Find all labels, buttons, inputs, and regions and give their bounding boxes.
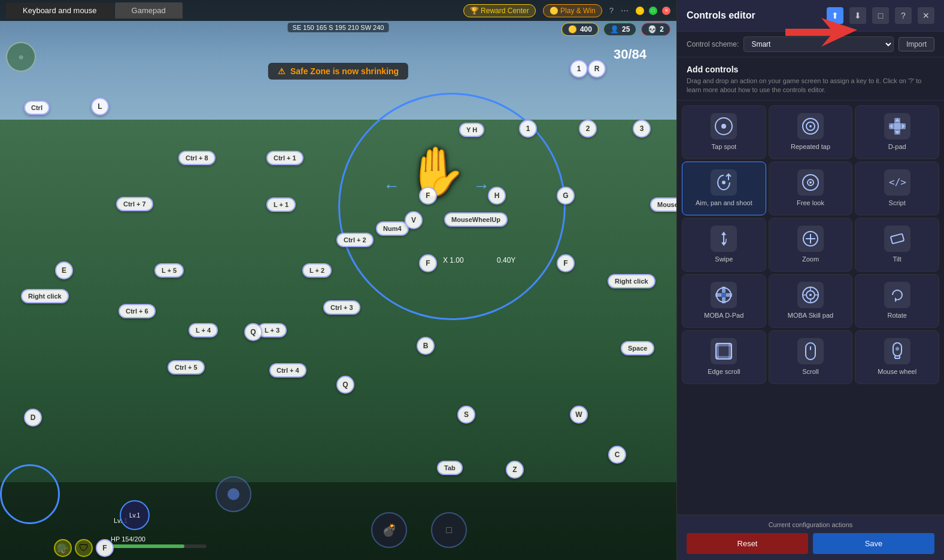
key-tab[interactable]: Tab (437, 461, 463, 475)
ctrl-d-pad[interactable]: D-pad (855, 105, 939, 159)
share-button[interactable]: □ (872, 7, 889, 24)
import-button[interactable]: Import (899, 37, 934, 51)
ctrl-mouse-wheel[interactable]: Mouse wheel (855, 330, 939, 384)
aim-pan-shoot-icon (711, 169, 737, 196)
key-space[interactable]: Space (621, 341, 654, 355)
key-ctrl2[interactable]: Ctrl + 2 (336, 233, 374, 247)
key-l4[interactable]: L + 4 (189, 323, 218, 337)
key-z[interactable]: Z (506, 461, 524, 479)
armor-icon: 🛡 (75, 539, 93, 557)
helmet-icon: 🪖 (54, 539, 72, 557)
key-l2[interactable]: L + 2 (302, 263, 332, 278)
ctrl-zoom[interactable]: Zoom (769, 218, 853, 272)
key-w[interactable]: W (570, 406, 588, 424)
help-icon[interactable]: ? (609, 6, 614, 15)
svg-point-31 (809, 294, 812, 296)
key-ctrl5[interactable]: Ctrl + 5 (168, 360, 205, 375)
key-g[interactable]: G (557, 187, 575, 205)
tab-area: Keyboard and mouse Gamepad (6, 2, 183, 19)
key-h[interactable]: H (488, 187, 506, 205)
ctrl-scroll[interactable]: Scroll (769, 330, 853, 384)
bottom-item-2[interactable]: □ (431, 512, 467, 548)
rotate-label: Rotate (887, 312, 906, 319)
svg-point-15 (809, 181, 812, 184)
key-f-3[interactable]: F (557, 254, 575, 272)
ctrl-script[interactable]: </> Script (855, 162, 939, 215)
ctrl-moba-dpad[interactable]: MOBA D-Pad (682, 274, 766, 328)
reset-button[interactable]: Reset (687, 533, 808, 554)
key-l5[interactable]: L + 5 (154, 263, 184, 278)
edge-scroll-icon (711, 338, 737, 364)
key-l[interactable]: L (91, 98, 109, 115)
menu-icon[interactable]: ⋯ (621, 6, 629, 15)
tab-keyboard-mouse[interactable]: Keyboard and mouse (6, 2, 114, 19)
key-num4[interactable]: Num4 (376, 221, 409, 236)
tilt-icon (884, 226, 910, 252)
ctrl-repeated-tap[interactable]: Repeated tap (769, 105, 853, 159)
scheme-label: Control scheme: (687, 40, 739, 48)
key-ctrl4[interactable]: Ctrl + 4 (269, 363, 306, 378)
ctrl-tilt[interactable]: Tilt (855, 218, 939, 272)
svg-rect-41 (716, 356, 731, 359)
key-b[interactable]: B (417, 337, 435, 355)
ctrl-rotate[interactable]: Rotate (855, 274, 939, 328)
key-ctrl6[interactable]: Ctrl + 6 (119, 304, 156, 318)
save-button[interactable]: Save (813, 533, 934, 554)
close-panel-button[interactable]: ✕ (918, 7, 934, 24)
key-f-1[interactable]: F (419, 187, 437, 205)
key-ctrl8[interactable]: Ctrl + 8 (178, 151, 215, 165)
key-right-click-2[interactable]: Right click (608, 274, 655, 288)
key-1-mid[interactable]: 1 (519, 120, 537, 138)
x-coord: X 1.00 (443, 256, 464, 264)
key-yh[interactable]: Y H (459, 123, 484, 137)
key-mousewheel-down[interactable]: MouseWheelDown (650, 197, 676, 212)
key-q-2[interactable]: Q (336, 376, 354, 394)
help-panel-button[interactable]: ? (895, 7, 912, 24)
key-mousewheel-up[interactable]: MouseWheelUp (444, 212, 508, 227)
joystick[interactable] (215, 476, 251, 512)
key-f-2[interactable]: F (419, 254, 437, 272)
key-c[interactable]: C (608, 446, 626, 464)
key-v[interactable]: V (405, 211, 423, 229)
hp-fill (111, 544, 184, 548)
minimize-button[interactable]: − (636, 7, 644, 15)
game-area: Keyboard and mouse Gamepad 🏆 Reward Cent… (0, 0, 676, 560)
key-ctrl7[interactable]: Ctrl + 7 (116, 197, 153, 211)
key-ctrl1[interactable]: Ctrl + 1 (266, 151, 303, 165)
ctrl-free-look[interactable]: Free look (769, 162, 853, 215)
tap-spot-icon (711, 113, 737, 139)
reward-center-button[interactable]: 🏆 Reward Center (463, 4, 536, 17)
key-e[interactable]: E (55, 261, 73, 279)
key-ctrl3[interactable]: Ctrl + 3 (323, 300, 360, 315)
add-controls-section: Add controls Drag and drop an action on … (677, 57, 944, 101)
bottom-item-grenade[interactable]: 💣 (371, 512, 407, 548)
kills-value: 2 (660, 25, 664, 34)
key-s[interactable]: S (457, 406, 475, 424)
key-1-top[interactable]: 1 (570, 60, 588, 78)
action-buttons: Reset Save (687, 533, 934, 554)
key-d[interactable]: D (24, 409, 42, 427)
play-win-button[interactable]: 🟡 Play & Win (543, 4, 602, 17)
key-q-1[interactable]: Q (244, 323, 262, 341)
ctrl-aim-pan-shoot[interactable]: Aim, pan and shoot (682, 162, 766, 215)
key-f-bottom[interactable]: F (96, 539, 114, 557)
level-badge: Lv.1 (120, 500, 150, 530)
key-r[interactable]: R (588, 60, 606, 78)
ctrl-moba-skill[interactable]: MOBA Skill pad (769, 274, 853, 328)
free-look-icon (797, 169, 824, 196)
ctrl-swipe[interactable]: Swipe (682, 218, 766, 272)
svg-point-24 (721, 292, 727, 298)
tab-gamepad[interactable]: Gamepad (115, 2, 183, 19)
key-ctrl[interactable]: Ctrl (24, 101, 50, 115)
close-button[interactable]: ✕ (662, 7, 670, 15)
key-right-click-1[interactable]: Right click (21, 289, 69, 303)
maximize-button[interactable]: □ (649, 7, 657, 15)
key-l1[interactable]: L + 1 (266, 197, 296, 212)
ctrl-tap-spot[interactable]: Tap spot (682, 105, 766, 159)
stats-bar: 🟡 400 👤 25 💀 2 (561, 23, 670, 36)
gold-icon: 🟡 (568, 25, 577, 34)
ctrl-edge-scroll[interactable]: Edge scroll (682, 330, 766, 384)
key-3[interactable]: 3 (633, 120, 651, 138)
key-2[interactable]: 2 (579, 120, 597, 138)
svg-rect-27 (715, 293, 721, 297)
